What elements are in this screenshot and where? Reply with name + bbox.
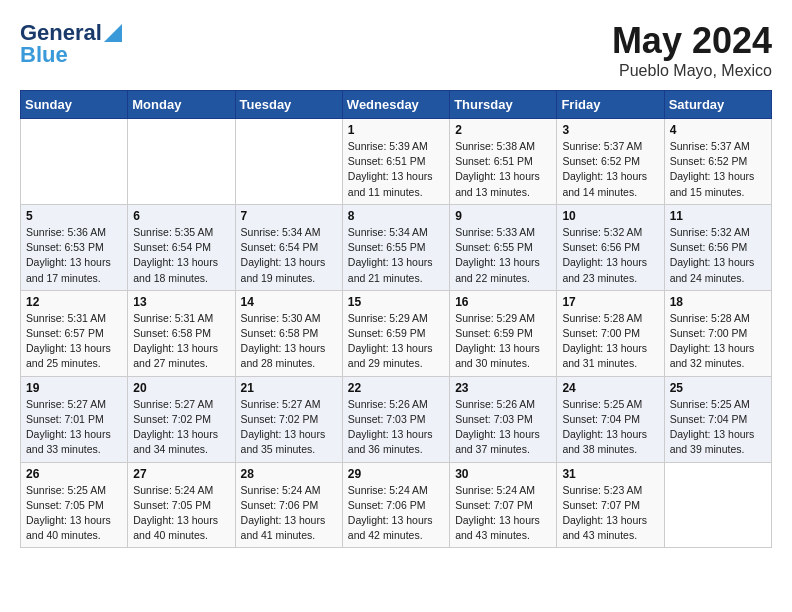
- weekday-header-thursday: Thursday: [450, 91, 557, 119]
- empty-cell: [664, 462, 771, 548]
- logo-blue: Blue: [20, 42, 68, 68]
- calendar-day-25: 25Sunrise: 5:25 AMSunset: 7:04 PMDayligh…: [664, 376, 771, 462]
- title-block: May 2024 Pueblo Mayo, Mexico: [612, 20, 772, 80]
- day-info: Sunrise: 5:32 AMSunset: 6:56 PMDaylight:…: [562, 225, 658, 286]
- calendar-day-22: 22Sunrise: 5:26 AMSunset: 7:03 PMDayligh…: [342, 376, 449, 462]
- calendar-day-15: 15Sunrise: 5:29 AMSunset: 6:59 PMDayligh…: [342, 290, 449, 376]
- day-number: 29: [348, 467, 444, 481]
- day-info: Sunrise: 5:27 AMSunset: 7:02 PMDaylight:…: [241, 397, 337, 458]
- calendar-day-14: 14Sunrise: 5:30 AMSunset: 6:58 PMDayligh…: [235, 290, 342, 376]
- day-info: Sunrise: 5:25 AMSunset: 7:04 PMDaylight:…: [670, 397, 766, 458]
- day-info: Sunrise: 5:26 AMSunset: 7:03 PMDaylight:…: [348, 397, 444, 458]
- weekday-header-monday: Monday: [128, 91, 235, 119]
- calendar-day-9: 9Sunrise: 5:33 AMSunset: 6:55 PMDaylight…: [450, 204, 557, 290]
- day-number: 3: [562, 123, 658, 137]
- day-number: 9: [455, 209, 551, 223]
- calendar-table: SundayMondayTuesdayWednesdayThursdayFrid…: [20, 90, 772, 548]
- day-number: 5: [26, 209, 122, 223]
- day-info: Sunrise: 5:35 AMSunset: 6:54 PMDaylight:…: [133, 225, 229, 286]
- day-info: Sunrise: 5:24 AMSunset: 7:06 PMDaylight:…: [348, 483, 444, 544]
- day-number: 6: [133, 209, 229, 223]
- calendar-day-12: 12Sunrise: 5:31 AMSunset: 6:57 PMDayligh…: [21, 290, 128, 376]
- day-info: Sunrise: 5:28 AMSunset: 7:00 PMDaylight:…: [670, 311, 766, 372]
- day-info: Sunrise: 5:29 AMSunset: 6:59 PMDaylight:…: [348, 311, 444, 372]
- day-number: 13: [133, 295, 229, 309]
- logo-triangle-icon: [104, 24, 122, 42]
- calendar-week-1: 1Sunrise: 5:39 AMSunset: 6:51 PMDaylight…: [21, 119, 772, 205]
- day-info: Sunrise: 5:26 AMSunset: 7:03 PMDaylight:…: [455, 397, 551, 458]
- calendar-day-24: 24Sunrise: 5:25 AMSunset: 7:04 PMDayligh…: [557, 376, 664, 462]
- day-number: 4: [670, 123, 766, 137]
- day-number: 16: [455, 295, 551, 309]
- day-number: 27: [133, 467, 229, 481]
- day-number: 18: [670, 295, 766, 309]
- empty-cell: [128, 119, 235, 205]
- day-info: Sunrise: 5:24 AMSunset: 7:07 PMDaylight:…: [455, 483, 551, 544]
- weekday-header-row: SundayMondayTuesdayWednesdayThursdayFrid…: [21, 91, 772, 119]
- day-number: 25: [670, 381, 766, 395]
- day-number: 26: [26, 467, 122, 481]
- calendar-day-27: 27Sunrise: 5:24 AMSunset: 7:05 PMDayligh…: [128, 462, 235, 548]
- day-number: 31: [562, 467, 658, 481]
- weekday-header-tuesday: Tuesday: [235, 91, 342, 119]
- calendar-day-8: 8Sunrise: 5:34 AMSunset: 6:55 PMDaylight…: [342, 204, 449, 290]
- day-number: 1: [348, 123, 444, 137]
- day-number: 8: [348, 209, 444, 223]
- day-info: Sunrise: 5:31 AMSunset: 6:57 PMDaylight:…: [26, 311, 122, 372]
- calendar-day-26: 26Sunrise: 5:25 AMSunset: 7:05 PMDayligh…: [21, 462, 128, 548]
- day-number: 23: [455, 381, 551, 395]
- weekday-header-saturday: Saturday: [664, 91, 771, 119]
- svg-marker-0: [104, 24, 122, 42]
- day-number: 10: [562, 209, 658, 223]
- empty-cell: [21, 119, 128, 205]
- calendar-day-6: 6Sunrise: 5:35 AMSunset: 6:54 PMDaylight…: [128, 204, 235, 290]
- day-number: 14: [241, 295, 337, 309]
- day-number: 15: [348, 295, 444, 309]
- calendar-day-3: 3Sunrise: 5:37 AMSunset: 6:52 PMDaylight…: [557, 119, 664, 205]
- calendar-week-2: 5Sunrise: 5:36 AMSunset: 6:53 PMDaylight…: [21, 204, 772, 290]
- day-info: Sunrise: 5:37 AMSunset: 6:52 PMDaylight:…: [562, 139, 658, 200]
- day-info: Sunrise: 5:33 AMSunset: 6:55 PMDaylight:…: [455, 225, 551, 286]
- day-info: Sunrise: 5:25 AMSunset: 7:04 PMDaylight:…: [562, 397, 658, 458]
- logo: General Blue: [20, 20, 122, 68]
- calendar-day-23: 23Sunrise: 5:26 AMSunset: 7:03 PMDayligh…: [450, 376, 557, 462]
- weekday-header-friday: Friday: [557, 91, 664, 119]
- calendar-day-11: 11Sunrise: 5:32 AMSunset: 6:56 PMDayligh…: [664, 204, 771, 290]
- calendar-day-10: 10Sunrise: 5:32 AMSunset: 6:56 PMDayligh…: [557, 204, 664, 290]
- calendar-day-16: 16Sunrise: 5:29 AMSunset: 6:59 PMDayligh…: [450, 290, 557, 376]
- day-number: 19: [26, 381, 122, 395]
- weekday-header-sunday: Sunday: [21, 91, 128, 119]
- calendar-day-30: 30Sunrise: 5:24 AMSunset: 7:07 PMDayligh…: [450, 462, 557, 548]
- day-number: 7: [241, 209, 337, 223]
- day-info: Sunrise: 5:29 AMSunset: 6:59 PMDaylight:…: [455, 311, 551, 372]
- calendar-day-1: 1Sunrise: 5:39 AMSunset: 6:51 PMDaylight…: [342, 119, 449, 205]
- day-number: 21: [241, 381, 337, 395]
- day-info: Sunrise: 5:25 AMSunset: 7:05 PMDaylight:…: [26, 483, 122, 544]
- day-info: Sunrise: 5:39 AMSunset: 6:51 PMDaylight:…: [348, 139, 444, 200]
- calendar-day-18: 18Sunrise: 5:28 AMSunset: 7:00 PMDayligh…: [664, 290, 771, 376]
- calendar-week-5: 26Sunrise: 5:25 AMSunset: 7:05 PMDayligh…: [21, 462, 772, 548]
- calendar-week-3: 12Sunrise: 5:31 AMSunset: 6:57 PMDayligh…: [21, 290, 772, 376]
- day-number: 30: [455, 467, 551, 481]
- day-info: Sunrise: 5:24 AMSunset: 7:06 PMDaylight:…: [241, 483, 337, 544]
- day-number: 2: [455, 123, 551, 137]
- calendar-day-13: 13Sunrise: 5:31 AMSunset: 6:58 PMDayligh…: [128, 290, 235, 376]
- calendar-day-29: 29Sunrise: 5:24 AMSunset: 7:06 PMDayligh…: [342, 462, 449, 548]
- calendar-day-7: 7Sunrise: 5:34 AMSunset: 6:54 PMDaylight…: [235, 204, 342, 290]
- calendar-day-20: 20Sunrise: 5:27 AMSunset: 7:02 PMDayligh…: [128, 376, 235, 462]
- empty-cell: [235, 119, 342, 205]
- calendar-day-31: 31Sunrise: 5:23 AMSunset: 7:07 PMDayligh…: [557, 462, 664, 548]
- day-info: Sunrise: 5:32 AMSunset: 6:56 PMDaylight:…: [670, 225, 766, 286]
- calendar-day-5: 5Sunrise: 5:36 AMSunset: 6:53 PMDaylight…: [21, 204, 128, 290]
- calendar-day-17: 17Sunrise: 5:28 AMSunset: 7:00 PMDayligh…: [557, 290, 664, 376]
- day-info: Sunrise: 5:27 AMSunset: 7:01 PMDaylight:…: [26, 397, 122, 458]
- day-info: Sunrise: 5:24 AMSunset: 7:05 PMDaylight:…: [133, 483, 229, 544]
- day-number: 11: [670, 209, 766, 223]
- calendar-day-4: 4Sunrise: 5:37 AMSunset: 6:52 PMDaylight…: [664, 119, 771, 205]
- calendar-week-4: 19Sunrise: 5:27 AMSunset: 7:01 PMDayligh…: [21, 376, 772, 462]
- day-number: 22: [348, 381, 444, 395]
- day-info: Sunrise: 5:34 AMSunset: 6:55 PMDaylight:…: [348, 225, 444, 286]
- month-title: May 2024: [612, 20, 772, 62]
- day-info: Sunrise: 5:23 AMSunset: 7:07 PMDaylight:…: [562, 483, 658, 544]
- day-info: Sunrise: 5:31 AMSunset: 6:58 PMDaylight:…: [133, 311, 229, 372]
